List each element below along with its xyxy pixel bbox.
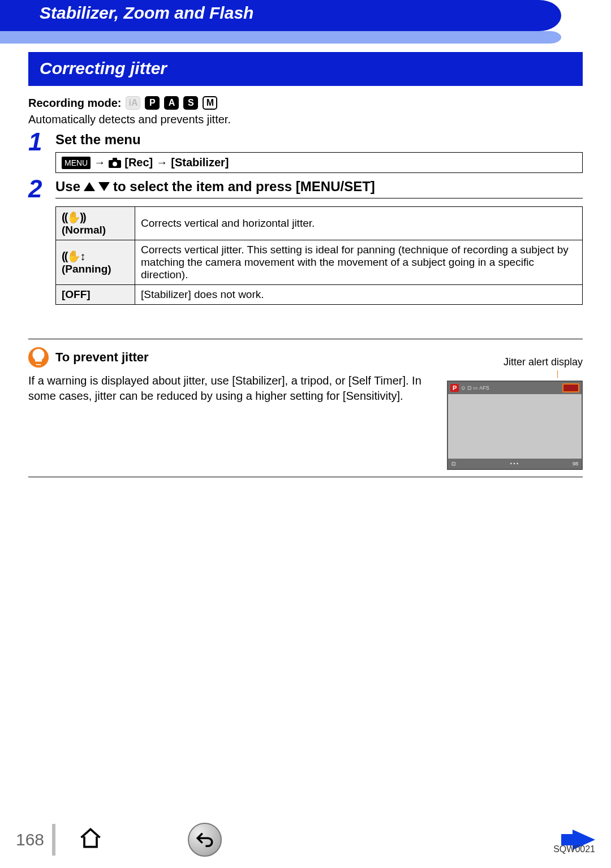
tip-bulb-icon <box>28 347 49 368</box>
center-dots: • • • <box>510 461 518 467</box>
section-title: Correcting jitter <box>28 52 583 86</box>
jitter-preview: Jitter alert display P ⊙ ⊡ ▭ AFS ⊡ • • •… <box>447 356 583 470</box>
camera-icon <box>109 158 121 168</box>
page-footer: 168 <box>0 823 611 857</box>
mode-icon-a: A <box>164 96 179 110</box>
step-2-title-post: to select the item and press [MENU/SET] <box>113 179 375 195</box>
header-accent-bar <box>0 31 561 44</box>
tip-body-row: If a warning is displayed about jitter, … <box>28 373 583 470</box>
mode-icon-p: P <box>145 96 160 110</box>
stabilizer-panning-icon: ((✋↕ <box>62 249 84 263</box>
opt-name: (Normal) <box>62 224 106 236</box>
step-2-divider <box>55 198 583 198</box>
path-rec: [Rec] <box>124 156 153 169</box>
mode-icon-m: M <box>203 96 217 110</box>
tip-text: If a warning is displayed about jitter, … <box>28 373 436 404</box>
up-arrow-icon <box>84 182 95 191</box>
opt-desc: [Stabilizer] does not work. <box>135 285 583 305</box>
arrow-1: → <box>94 156 105 169</box>
preview-pointer-line <box>557 370 558 378</box>
preview-label: Jitter alert display <box>504 356 583 368</box>
home-icon[interactable] <box>78 826 103 853</box>
step-2-title: Use to select the item and press [MENU/S… <box>55 179 583 195</box>
menu-path: MENU → [Rec] → [Stabilizer] <box>55 152 583 173</box>
recording-mode-label: Recording mode: <box>28 97 121 110</box>
mode-icon-ia: iA <box>126 96 140 110</box>
down-arrow-icon <box>98 182 110 191</box>
page-number: 168 <box>16 830 44 849</box>
opt-desc: Corrects vertical jitter. This setting i… <box>135 240 583 285</box>
section-divider <box>28 339 583 339</box>
options-table: ((✋)) (Normal) Corrects vertical and hor… <box>55 206 583 305</box>
focus-icon: ⊡ <box>451 461 456 467</box>
path-stabilizer: [Stabilizer] <box>171 156 229 169</box>
jitter-alert-icon <box>562 383 579 392</box>
step-1: 1 Set the menu MENU → [Rec] → [Stabilize… <box>28 132 583 173</box>
table-row: ((✋)) (Normal) Corrects vertical and hor… <box>56 207 583 240</box>
step-2-title-pre: Use <box>55 179 80 195</box>
step-number: 1 <box>28 129 45 154</box>
recording-mode-row: Recording mode: iA P A S M <box>28 96 583 110</box>
camera-bottom-bar: ⊡ • • • 98 <box>448 459 582 469</box>
back-button[interactable] <box>188 823 222 857</box>
opt-name: (Panning) <box>62 263 111 275</box>
step-1-title: Set the menu <box>55 132 583 148</box>
table-row: ((✋↕ (Panning) Corrects vertical jitter.… <box>56 240 583 285</box>
chapter-title: Stabilizer, Zoom and Flash <box>40 3 253 23</box>
status-icons: ⊙ ⊡ ▭ AFS <box>461 385 489 391</box>
step-number: 2 <box>28 176 45 201</box>
intro-text: Automatically detects and prevents jitte… <box>28 113 583 126</box>
arrow-2: → <box>156 156 167 169</box>
menu-chip: MENU <box>62 157 91 169</box>
footer-separator <box>52 824 55 856</box>
camera-screen: P ⊙ ⊡ ▭ AFS ⊡ • • • 98 <box>447 381 583 470</box>
chapter-header: Stabilizer, Zoom and Flash <box>0 0 611 46</box>
bottom-divider <box>28 477 583 477</box>
mode-badge: P <box>450 384 459 392</box>
opt-name: [OFF] <box>56 285 135 305</box>
tip-title: To prevent jitter <box>55 350 149 365</box>
step-2: 2 Use to select the item and press [MENU… <box>28 179 583 305</box>
opt-desc: Corrects vertical and horizontal jitter. <box>135 207 583 240</box>
document-code: SQW0021 <box>553 844 595 854</box>
table-row: [OFF] [Stabilizer] does not work. <box>56 285 583 305</box>
shots-remaining: 98 <box>573 461 578 467</box>
camera-top-bar: P ⊙ ⊡ ▭ AFS <box>448 382 582 394</box>
stabilizer-normal-icon: ((✋)) <box>62 210 85 224</box>
mode-icon-s: S <box>183 96 198 110</box>
